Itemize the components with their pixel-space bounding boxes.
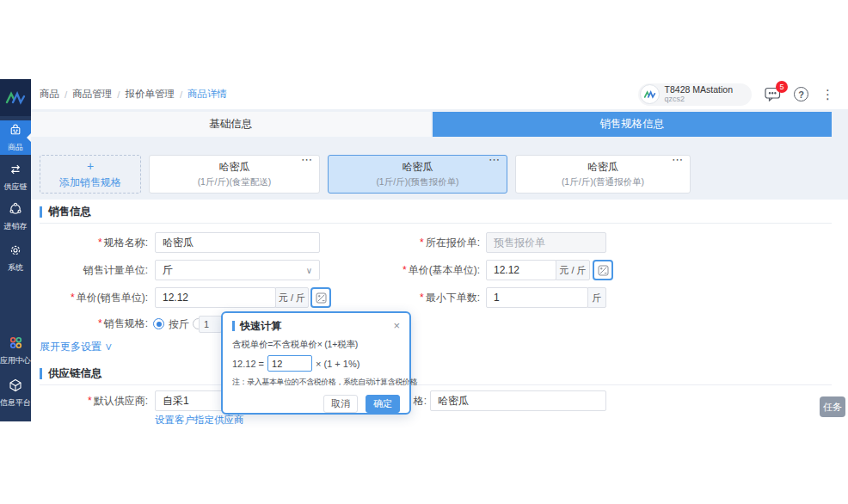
user-info: T8428 MAstation qzcs2 — [665, 84, 733, 103]
calc-lhs: 12.12 = — [232, 359, 264, 369]
app-logo[interactable] — [0, 79, 31, 116]
required-asterisk: * — [88, 395, 92, 407]
min-order-input[interactable] — [486, 287, 588, 308]
avatar — [640, 84, 660, 104]
sale-price-calculator-button[interactable] — [310, 287, 331, 308]
spec-name-input[interactable] — [155, 232, 320, 253]
section-title-supply-chain: 供应链信息 — [40, 368, 102, 379]
tab-basic-info[interactable]: 基础信息 — [31, 112, 431, 137]
ellipsis-menu-icon[interactable]: ⋯ — [489, 153, 501, 166]
topbar-actions: T8428 MAstation qzcs2 5 ? ⋮ — [638, 83, 834, 106]
confirm-button[interactable]: 确定 — [366, 395, 400, 413]
calc-row: 12.12 = × (1 + 1%) — [232, 355, 400, 372]
label-text: 默认供应商: — [94, 395, 148, 407]
help-icon[interactable]: ? — [794, 87, 808, 101]
breadcrumb-item[interactable]: 商品 — [40, 88, 59, 101]
select-value: 斤 — [163, 263, 173, 278]
notification-badge: 5 — [776, 81, 788, 93]
sidebar-item-label: 商品 — [8, 142, 23, 153]
spec-card-title: 哈密瓜 — [219, 160, 250, 175]
field-label-sale-price: *单价(销售单位): — [40, 287, 148, 308]
sale-price-unit-suffix: 元 / 斤 — [275, 287, 309, 308]
sale-price-input[interactable] — [155, 287, 276, 308]
messages-button[interactable]: 5 — [765, 87, 781, 101]
link-text: 展开更多设置 — [40, 341, 101, 353]
app-circles-icon — [9, 335, 23, 353]
ellipsis-menu-icon[interactable]: ⋯ — [672, 153, 684, 166]
field-label-spec-name: *规格名称: — [40, 232, 148, 253]
quote-input-disabled — [486, 232, 606, 253]
label-text: 销售规格: — [104, 317, 148, 329]
tab-sales-spec-info[interactable]: 销售规格信息 — [433, 112, 833, 137]
ellipsis-menu-icon[interactable]: ⋯ — [301, 153, 313, 166]
modal-title: 快速计算 — [232, 321, 281, 331]
sidebar-item-system[interactable]: 系统 — [0, 240, 31, 276]
breadcrumb-separator: / — [65, 89, 67, 100]
formula-text: 含税单价=不含税单价× (1+税率) — [232, 339, 400, 351]
purchase-spec-input[interactable] — [430, 390, 606, 411]
tab-bar: 基础信息 销售规格信息 — [31, 112, 832, 137]
plus-icon: + — [87, 158, 94, 175]
required-asterisk: * — [402, 264, 407, 276]
spec-card-title: 哈密瓜 — [587, 160, 618, 175]
base-price-input[interactable] — [486, 260, 556, 280]
cancel-button[interactable]: 取消 — [323, 395, 358, 413]
label-text: 格: — [414, 395, 427, 407]
label-text: 最小下单数: — [426, 292, 480, 304]
field-label-quote: *所在报价单: — [370, 232, 480, 253]
radio-by-jin[interactable] — [153, 318, 164, 329]
add-spec-label: 添加销售规格 — [59, 175, 121, 190]
label-text: 所在报价单: — [426, 237, 480, 249]
expand-more-settings-link[interactable]: 展开更多设置 ∨ — [40, 340, 113, 354]
base-price-unit-suffix: 元 / 斤 — [556, 260, 590, 280]
more-menu-icon[interactable]: ⋮ — [821, 88, 834, 101]
label-text: 单价(基本单位): — [409, 264, 480, 276]
sidebar-item-supply-chain[interactable]: 供应链 — [0, 159, 31, 195]
spec-card-row: + 添加销售规格 ⋯ 哈密瓜 (1斤/斤)(食堂配送) ⋯ 哈密瓜 (1斤/斤)… — [40, 155, 691, 194]
task-side-tag[interactable]: 任务 — [820, 396, 845, 417]
user-menu[interactable]: T8428 MAstation qzcs2 — [638, 83, 752, 106]
spec-card-normal[interactable]: ⋯ 哈密瓜 (1斤/斤)(普通报价单) — [515, 155, 691, 194]
sidebar-item-label: 进销存 — [4, 221, 28, 232]
quick-calc-modal: 快速计算 × 含税单价=不含税单价× (1+税率) 12.12 = × (1 +… — [221, 311, 411, 415]
share-nodes-icon — [9, 202, 22, 218]
sidebar-item-inventory[interactable]: 进销存 — [0, 200, 31, 234]
sidebar-item-goods[interactable]: 商品 — [0, 120, 31, 155]
modal-actions: 取消 确定 — [232, 395, 400, 413]
cube-icon — [9, 378, 22, 395]
required-asterisk: * — [98, 237, 102, 249]
sidebar-item-label: 信息平台 — [0, 397, 31, 409]
radio-by-jin-label[interactable]: 按斤 — [169, 316, 189, 333]
add-spec-card-button[interactable]: + 添加销售规格 — [40, 155, 141, 194]
sidebar-item-app-center[interactable]: 应用中心 — [0, 333, 31, 369]
required-asterisk: * — [420, 292, 424, 304]
spec-card-subtitle: (1斤/斤)(预售报价单) — [376, 176, 458, 188]
chevron-down-icon: ∨ — [306, 266, 312, 275]
breadcrumb-item[interactable]: 报价单管理 — [125, 88, 175, 101]
breadcrumb-separator: / — [117, 89, 120, 100]
breadcrumb-item[interactable]: 商品管理 — [72, 88, 112, 101]
close-icon[interactable]: × — [393, 320, 400, 331]
sale-unit-select[interactable]: 斤 ∨ — [155, 260, 320, 280]
field-label-base-price: *单价(基本单位): — [370, 260, 480, 280]
bag-icon — [9, 123, 22, 139]
modal-header: 快速计算 × — [232, 320, 400, 331]
base-price-calculator-button[interactable] — [593, 260, 613, 280]
spec-card-canteen[interactable]: ⋯ 哈密瓜 (1斤/斤)(食堂配送) — [149, 155, 320, 194]
spec-card-presale-selected[interactable]: ⋯ 哈密瓜 (1斤/斤)(预售报价单) — [328, 155, 507, 194]
breadcrumb-separator: / — [180, 89, 182, 100]
required-asterisk: * — [71, 292, 75, 304]
breadcrumb: 商品 / 商品管理 / 报价单管理 / 商品详情 — [40, 88, 227, 101]
custom-spec-input[interactable] — [199, 316, 222, 333]
sidebar-item-label: 应用中心 — [0, 355, 31, 366]
sidebar-item-info-platform[interactable]: 信息平台 — [0, 374, 31, 412]
calc-rhs: × (1 + 1%) — [316, 359, 359, 369]
field-label-sale-unit: 销售计量单位: — [40, 260, 148, 280]
gear-icon — [9, 243, 22, 260]
label-text: 单价(销售单位): — [77, 292, 148, 304]
field-label-min-order: *最小下单数: — [370, 287, 480, 308]
set-customer-supplier-link[interactable]: 设置客户指定供应商 — [155, 414, 244, 427]
calculator-icon — [598, 265, 609, 276]
tax-free-price-input[interactable] — [267, 355, 312, 372]
spec-card-title: 哈密瓜 — [402, 160, 433, 175]
